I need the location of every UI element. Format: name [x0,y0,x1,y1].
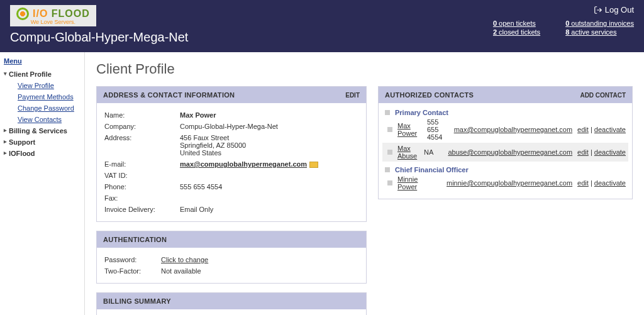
sidebar-item-view-contacts[interactable]: View Contacts [4,114,80,125]
sidebar-item-client-profile[interactable]: Client Profile [4,69,80,80]
page-title: Client Profile [96,61,633,77]
contacts-panel: AUTHORIZED CONTACTS ADD CONTACT Primary … [378,86,633,199]
phone-value: 555 655 4554 [180,183,358,191]
outstanding-invoices-link[interactable]: 0 outstanding invoices [565,19,634,27]
fax-value [180,194,358,202]
client-name: Compu-Global-Hyper-Mega-Net [10,30,493,45]
contact-role: Chief Financial Officer [382,164,628,174]
header-stats: 0 open tickets 2 closed tickets 0 outsta… [493,19,634,37]
contact-row: Max AbuseNAabuse@compuglobalhypermeganet… [382,143,628,162]
logo-text: I/O FLOOD [33,8,90,19]
sidebar-item-view-profile[interactable]: View Profile [4,80,80,91]
sidebar-item-payment-methods[interactable]: Payment Methods [4,91,80,102]
company-value: Compu-Global-Hyper-Mega-Net [180,123,358,130]
logo[interactable]: I/O FLOOD We Love Servers. [10,5,96,26]
auth-panel-title: AUTHENTICATION [103,236,167,243]
contact-row: Max Power555 655 4554max@compuglobalhype… [382,116,628,143]
edit-address-button[interactable]: EDIT [345,92,360,99]
contact-row: Minnie Powerminnie@compuglobalhypermegan… [382,174,628,192]
sidebar-item-support[interactable]: Support [4,136,80,148]
logout-label: Log Out [605,5,634,14]
contact-name-link[interactable]: Minnie Power [397,175,418,191]
square-icon [387,150,392,155]
name-label: Name: [104,111,180,119]
email-label: E-mail: [104,160,180,168]
contacts-panel-title: AUTHORIZED CONTACTS [385,91,474,99]
change-password-link[interactable]: Click to change [161,256,208,263]
square-icon [387,180,392,185]
contact-email-link[interactable]: max@compuglobalhypermeganet.com [454,126,572,133]
address-label: Address: [104,134,180,157]
contact-deactivate-link[interactable]: deactivate [594,126,626,133]
invoice-delivery-label: Invoice Delivery: [104,206,180,213]
add-contact-button[interactable]: ADD CONTACT [580,92,626,99]
email-link[interactable]: max@compuglobalhypermeganet.com [180,160,307,168]
open-tickets-link[interactable]: 0 open tickets [493,19,536,27]
sidebar-item-ioflood[interactable]: IOFlood [4,148,80,159]
contact-edit-link[interactable]: edit [577,126,589,133]
address-panel-title: ADDRESS & CONTACT INFORMATION [103,91,235,99]
contact-name-link[interactable]: Max Power [397,122,417,137]
phone-label: Phone: [104,183,180,191]
logout-button[interactable]: Log Out [594,5,634,14]
closed-tickets-link[interactable]: 2 closed tickets [493,28,540,36]
email-icon [309,162,318,168]
address-panel: ADDRESS & CONTACT INFORMATION EDIT Name:… [96,86,367,222]
contact-role: Primary Contact [382,107,628,116]
contact-edit-link[interactable]: edit [577,179,589,187]
contact-email-link[interactable]: minnie@compuglobalhypermeganet.com [447,179,572,187]
active-services-link[interactable]: 8 active services [565,28,616,36]
logo-icon [16,8,29,20]
contact-deactivate-link[interactable]: deactivate [594,148,626,156]
twofactor-label: Two-Factor: [104,267,161,275]
auth-panel: AUTHENTICATION Password:Click to change … [96,231,367,284]
email-value: max@compuglobalhypermeganet.com [180,160,358,168]
twofactor-value: Not available [161,267,358,275]
sidebar: Menu Client ProfileView ProfilePayment M… [0,52,85,315]
invoice-delivery-value: Email Only [180,206,358,213]
contact-email-link[interactable]: abuse@compuglobalhypermeganet.com [448,148,572,156]
header: I/O FLOOD We Love Servers. Compu-Global-… [0,0,644,52]
contact-edit-link[interactable]: edit [577,148,589,156]
contact-phone: NA [424,148,443,156]
contact-name-link[interactable]: Max Abuse [397,145,417,160]
main-content: Client Profile ADDRESS & CONTACT INFORMA… [85,52,644,315]
vat-value [180,172,358,179]
square-icon [387,127,392,132]
menu-title: Menu [4,57,80,65]
billing-panel-title: BILLING SUMMARY [103,297,171,305]
sidebar-item-billing-services[interactable]: Billing & Services [4,125,80,136]
address-value: 456 Faux StreetSpringfield, AZ 85000Unit… [180,134,358,157]
contact-deactivate-link[interactable]: deactivate [594,179,626,187]
vat-label: VAT ID: [104,172,180,179]
logo-subtitle: We Love Servers. [16,19,90,25]
sidebar-item-change-password[interactable]: Change Password [4,102,80,114]
billing-panel: BILLING SUMMARY Grace Period:10 days Lat… [96,292,367,315]
logout-icon [594,6,602,14]
name-value: Max Power [180,111,358,119]
password-label: Password: [104,256,161,263]
company-label: Company: [104,123,180,130]
contact-phone: 555 655 4554 [427,118,449,141]
fax-label: Fax: [104,194,180,202]
